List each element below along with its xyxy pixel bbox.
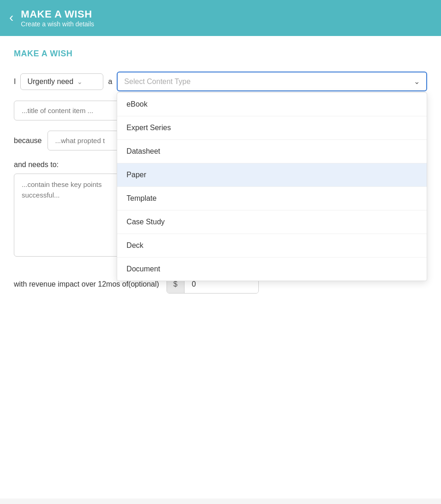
dropdown-item[interactable]: Paper [117, 163, 427, 187]
page-content: MAKE A WISH I Urgently need ⌄ a Select C… [0, 36, 441, 498]
prefix-label: I [14, 78, 16, 86]
dropdown-item[interactable]: Deck [117, 234, 427, 258]
header-title: MAKE A WISH [21, 8, 94, 20]
because-label: because [14, 137, 42, 145]
dropdown-item[interactable]: Expert Series [117, 116, 427, 140]
connector-label: a [108, 78, 112, 86]
content-type-wrapper: Select Content Type ⌄ eBookExpert Series… [117, 72, 427, 91]
content-type-chevron-icon: ⌄ [414, 77, 420, 86]
dropdown-item[interactable]: Case Study [117, 210, 427, 234]
section-title: MAKE A WISH [14, 49, 427, 59]
row-urgency: I Urgently need ⌄ a Select Content Type … [14, 72, 427, 91]
wish-form: I Urgently need ⌄ a Select Content Type … [14, 72, 427, 294]
content-type-dropdown-menu: eBookExpert SeriesDatasheetPaperTemplate… [117, 92, 427, 281]
header: ‹ MAKE A WISH Create a wish with details [0, 0, 441, 36]
dropdown-item[interactable]: Document [117, 258, 427, 281]
dropdown-item[interactable]: eBook [117, 93, 427, 116]
header-subtitle: Create a wish with details [21, 20, 94, 28]
dropdown-item[interactable]: Datasheet [117, 140, 427, 163]
urgency-chevron-icon: ⌄ [77, 78, 83, 85]
back-button[interactable]: ‹ [9, 11, 13, 24]
content-type-dropdown[interactable]: Select Content Type ⌄ [117, 72, 427, 91]
header-text: MAKE A WISH Create a wish with details [21, 8, 94, 28]
dropdown-item[interactable]: Template [117, 187, 427, 210]
urgency-dropdown[interactable]: Urgently need ⌄ [20, 73, 103, 90]
urgency-value: Urgently need [27, 78, 73, 86]
content-type-placeholder: Select Content Type [124, 78, 191, 86]
